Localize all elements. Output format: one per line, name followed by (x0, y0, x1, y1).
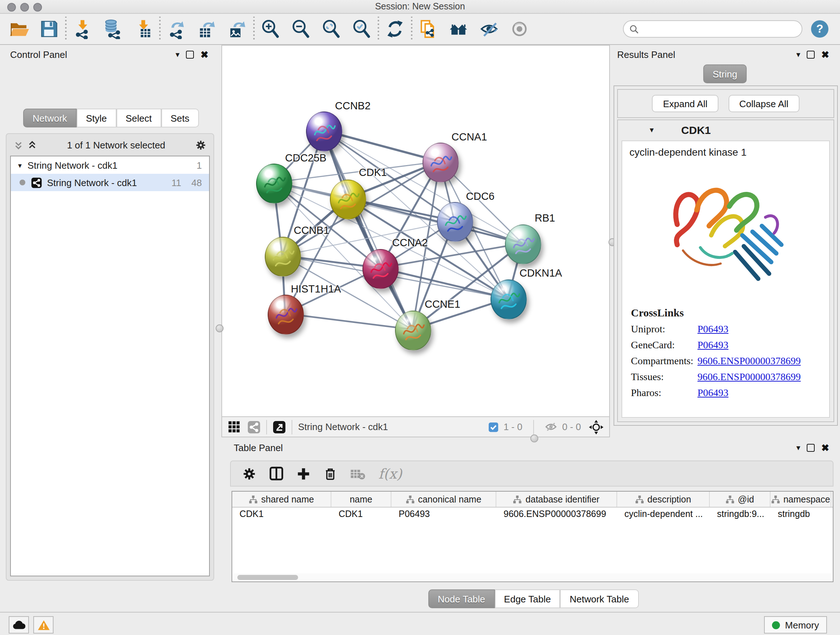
network-node-ccnb1[interactable] (265, 236, 301, 276)
open-folder-icon (9, 19, 29, 39)
column-header[interactable]: name (332, 492, 392, 507)
crosslink-link[interactable]: P06493 (698, 340, 729, 351)
memory-status-dot-icon (772, 621, 780, 629)
protein-structure-image (657, 166, 794, 297)
show-columns-icon[interactable] (269, 466, 284, 481)
float-panel-icon[interactable]: ▾ (796, 443, 800, 453)
hide-selected-button[interactable] (477, 17, 501, 41)
tab-style[interactable]: Style (76, 109, 116, 127)
node-label-cdc6: CDC6 (466, 190, 494, 202)
search-input[interactable] (639, 23, 796, 35)
network-node-ccna1[interactable] (423, 142, 459, 182)
section-expander-icon[interactable]: ▾ (650, 125, 654, 134)
network-node-hist1h1a[interactable] (268, 295, 304, 334)
birds-eye-grid-icon[interactable] (228, 421, 240, 433)
network-collection-row[interactable]: ▾ String Network - cdk1 1 (11, 157, 209, 174)
crosslink-link[interactable]: 9606.ENSP00000378699 (698, 356, 801, 367)
import-network-database-button[interactable] (101, 17, 125, 41)
close-panel-icon[interactable]: ✖ (201, 50, 208, 59)
table-options-gear-icon[interactable] (242, 467, 256, 480)
network-node-ccne1[interactable] (395, 310, 431, 350)
network-node-cdc25b[interactable] (256, 163, 292, 203)
expand-all-button[interactable]: Expand All (652, 95, 718, 112)
delete-table-icon[interactable] (350, 467, 365, 480)
column-header[interactable]: canonical name (392, 492, 496, 507)
open-session-button[interactable] (7, 17, 30, 41)
float-panel-icon[interactable]: ▾ (175, 50, 180, 59)
delete-column-trash-icon[interactable] (324, 467, 337, 480)
string-panel-toggle-icon[interactable] (248, 420, 261, 433)
zoom-fit-button[interactable] (320, 17, 343, 41)
tab-string[interactable]: String (703, 65, 747, 83)
tab-node-table[interactable]: Node Table (428, 589, 494, 608)
refresh-view-button[interactable] (384, 17, 407, 41)
horizontal-scrollbar[interactable] (233, 573, 832, 581)
tab-edge-table[interactable]: Edge Table (494, 589, 561, 608)
warnings-button[interactable] (33, 616, 54, 633)
import-table-file-button[interactable] (132, 17, 155, 41)
export-image-icon (227, 19, 248, 39)
eye-slash-icon (479, 19, 499, 39)
network-row-selected[interactable]: String Network - cdk1 11 48 (11, 174, 209, 191)
pan-crosshair-icon[interactable] (589, 420, 603, 434)
expand-all-rows-icon[interactable] (14, 140, 23, 149)
zoom-out-button[interactable] (289, 17, 313, 41)
network-node-ccnb2[interactable] (306, 111, 342, 151)
export-table-button[interactable] (195, 17, 218, 41)
tab-network[interactable]: Network (23, 109, 76, 127)
column-header[interactable]: @id (710, 492, 771, 507)
maximize-panel-icon[interactable] (186, 51, 194, 59)
maximize-panel-icon[interactable] (807, 51, 815, 59)
network-list-options-gear-icon[interactable] (195, 139, 206, 150)
tab-sets[interactable]: Sets (161, 109, 199, 127)
network-node-cdk1[interactable] (330, 179, 366, 219)
table-row[interactable]: CDK1CDK1P064939606.ENSP00000378699cyclin… (232, 508, 833, 522)
network-canvas[interactable]: CCNB2 CCNA1 CDC25B CDK1 CDC6 (221, 45, 610, 417)
application-window: Session: New Session (0, 0, 840, 635)
tab-select[interactable]: Select (116, 109, 161, 127)
crosslink-link[interactable]: 9606.ENSP00000378699 (698, 371, 801, 383)
column-header[interactable]: description (617, 492, 710, 507)
export-network-button[interactable] (165, 17, 188, 41)
home-view-button[interactable] (447, 17, 470, 41)
duplicate-network-button[interactable] (417, 17, 440, 41)
column-header-label: shared name (261, 494, 314, 504)
window-title: Session: New Session (0, 2, 840, 11)
node-table[interactable]: shared namename canonical name database … (232, 491, 834, 582)
open-in-new-window-icon[interactable] (273, 420, 286, 433)
collection-expander-icon[interactable]: ▾ (18, 161, 22, 169)
column-header[interactable]: database identifier (496, 492, 617, 507)
function-builder-icon[interactable]: f(x) (378, 466, 402, 481)
save-floppy-icon (39, 19, 59, 39)
zoom-in-button[interactable] (259, 17, 282, 41)
network-node-ccna2[interactable] (363, 249, 399, 288)
gene-section-header[interactable]: ▾ CDK1 (618, 120, 834, 139)
close-panel-icon[interactable]: ✖ (821, 443, 829, 453)
close-panel-icon[interactable]: ✖ (821, 50, 829, 59)
scrollbar-thumb[interactable] (237, 575, 298, 580)
column-header[interactable]: namespace (771, 492, 831, 507)
column-header[interactable]: shared name (232, 492, 332, 507)
zoom-selected-button[interactable] (350, 17, 373, 41)
save-session-button[interactable] (38, 17, 61, 41)
help-button[interactable]: ? (811, 20, 829, 38)
search-box[interactable] (623, 20, 802, 38)
collapse-all-rows-icon[interactable] (27, 140, 37, 149)
network-node-cdkn1a[interactable] (491, 279, 527, 319)
import-network-file-button[interactable] (71, 17, 94, 41)
crosslink-link[interactable]: P06493 (698, 387, 729, 399)
crosslink-link[interactable]: P06493 (698, 324, 729, 335)
left-splitter-handle[interactable] (216, 325, 224, 333)
cloud-status-button[interactable] (9, 616, 29, 633)
maximize-panel-icon[interactable] (807, 444, 815, 452)
collapse-all-button[interactable]: Collapse All (729, 95, 799, 112)
float-panel-icon[interactable]: ▾ (796, 50, 800, 59)
tab-network-table[interactable]: Network Table (561, 589, 638, 608)
network-node-cdc6[interactable] (437, 202, 473, 241)
network-node-rb1[interactable] (505, 224, 541, 264)
protein-squiggle-icon (491, 280, 526, 318)
create-column-plus-icon[interactable] (297, 467, 310, 480)
show-hidden-button[interactable] (508, 17, 531, 41)
memory-button[interactable]: Memory (764, 616, 827, 633)
export-image-button[interactable] (226, 17, 249, 41)
